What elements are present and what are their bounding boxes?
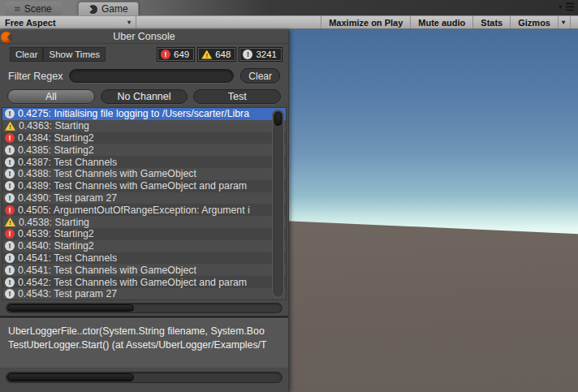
log-row[interactable]: ! 0.4387: Test Channels xyxy=(2,156,286,168)
log-row[interactable]: ! 0.4389: Test Channels with GameObject … xyxy=(2,180,286,192)
tab-game[interactable]: Game xyxy=(78,2,139,15)
warning-count-badge[interactable]: ! 648 xyxy=(198,48,235,61)
info-icon: ! xyxy=(5,169,15,179)
tab-scene[interactable]: ⌗ Scene xyxy=(5,2,62,15)
chevron-down-icon: ▾ xyxy=(559,4,562,11)
warning-icon: ! xyxy=(201,50,212,59)
message-count-badge[interactable]: ! 3241 xyxy=(239,48,282,61)
info-icon: ! xyxy=(5,109,15,118)
log-row[interactable]: ! 0.4538: Starting xyxy=(2,216,286,228)
info-icon: ! xyxy=(5,265,15,275)
log-row[interactable]: ! 0.4390: Test param 27 xyxy=(2,192,286,205)
stats-button[interactable]: Stats xyxy=(472,16,510,28)
show-times-button[interactable]: Show Times xyxy=(43,47,106,62)
log-row[interactable]: ! 0.4540: Starting2 xyxy=(2,240,286,252)
mute-audio-button[interactable]: Mute audio xyxy=(410,16,472,28)
log-row[interactable]: ! 0.4384: Starting2 xyxy=(2,132,286,144)
detail-horizontal-scrollbar[interactable] xyxy=(6,372,283,383)
info-icon: ! xyxy=(5,145,15,155)
warning-icon: ! xyxy=(5,122,15,131)
gizmos-dropdown-caret[interactable]: ▾ xyxy=(558,16,570,28)
tab-context-menu[interactable]: ▾ ☰ xyxy=(559,2,575,12)
error-icon: ! xyxy=(5,133,15,143)
console-title: Uber Console xyxy=(113,31,175,42)
gizmos-button[interactable]: Gizmos xyxy=(510,16,558,28)
info-icon: ! xyxy=(5,181,15,191)
info-icon: ! xyxy=(5,289,15,299)
log-row-text: 0.4384: Starting2 xyxy=(18,132,94,144)
chevron-down-icon: ▾ xyxy=(562,19,565,26)
log-row[interactable]: ! 0.4541: Test Channels with GameObject xyxy=(2,264,286,276)
log-row[interactable]: ! 0.4539: Starting2 xyxy=(2,228,286,240)
tab-bar: ⌗ Scene Game ▾ ☰ xyxy=(0,0,578,15)
log-row-text: 0.4387: Test Channels xyxy=(18,157,117,168)
info-icon: ! xyxy=(5,157,15,167)
log-list: ! 0.4275: Initialising file logging to /… xyxy=(2,107,287,300)
log-row-text: 0.4541: Test Channels xyxy=(18,252,117,264)
filter-clear-button[interactable]: Clear xyxy=(240,68,280,84)
log-row-text: 0.4388: Test Channels with GameObject xyxy=(18,168,196,179)
console-button-row: Clear Show Times ! 649 ! 648 ! 3241 xyxy=(0,44,288,65)
log-horizontal-scrollbar[interactable] xyxy=(6,303,283,313)
info-icon: ! xyxy=(243,50,252,59)
warning-count: 648 xyxy=(215,50,231,59)
channel-button-all[interactable]: All xyxy=(7,89,95,104)
log-row-text: 0.4542: Test Channels with GameObject an… xyxy=(18,277,247,288)
error-icon: ! xyxy=(5,205,15,215)
info-icon: ! xyxy=(5,241,15,251)
game-pacman-icon xyxy=(88,5,97,14)
log-row[interactable]: ! 0.4385: Starting2 xyxy=(2,144,286,156)
log-row-text: 0.4541: Test Channels with GameObject xyxy=(18,265,196,276)
error-icon: ! xyxy=(5,229,15,239)
log-row[interactable]: ! 0.4541: Test Channels xyxy=(2,252,286,265)
toolbar-button-group: Maximize on Play Mute audio Stats Gizmos… xyxy=(321,16,578,28)
log-row[interactable]: ! 0.4275: Initialising file logging to /… xyxy=(2,108,286,120)
log-row-text: 0.4363: Starting xyxy=(19,120,89,131)
vertical-scrollbar-thumb[interactable] xyxy=(274,112,282,126)
info-icon: ! xyxy=(5,193,15,203)
filter-regex-input[interactable] xyxy=(69,69,234,83)
chevron-down-icon: ▾ xyxy=(127,19,131,26)
message-count: 3241 xyxy=(256,50,277,59)
channel-button-test[interactable]: Test xyxy=(193,89,281,104)
warning-icon: ! xyxy=(5,218,15,226)
log-row-text: 0.4543: Test param 27 xyxy=(18,288,117,299)
log-row[interactable]: ! 0.4505: ArgumentOutOfRangeException: A… xyxy=(2,204,286,216)
aspect-dropdown[interactable]: Free Aspect ▾ xyxy=(0,16,136,28)
scene-grid-icon: ⌗ xyxy=(15,4,20,14)
vertical-scrollbar[interactable] xyxy=(272,110,284,298)
log-row[interactable]: ! 0.4542: Test Channels with GameObject … xyxy=(2,276,286,288)
log-row-text: 0.4275: Initialising file logging to /Us… xyxy=(18,108,249,119)
tab-scene-label: Scene xyxy=(24,3,52,15)
error-count-badge[interactable]: ! 649 xyxy=(157,48,194,61)
log-row-text: 0.4538: Starting xyxy=(19,217,89,228)
hamburger-menu-icon: ☰ xyxy=(565,2,575,12)
aspect-label: Free Aspect xyxy=(5,18,56,28)
stack-trace-line[interactable]: UberLoggerFile..ctor(System.String filen… xyxy=(8,325,280,338)
log-row[interactable]: ! 0.4388: Test Channels with GameObject xyxy=(2,168,286,180)
console-title-bar[interactable]: Uber Console xyxy=(0,30,288,44)
game-toolbar: Free Aspect ▾ Maximize on Play Mute audi… xyxy=(0,15,578,29)
log-row[interactable]: ! 0.4363: Starting xyxy=(2,120,286,132)
clear-button[interactable]: Clear xyxy=(10,47,43,62)
log-horizontal-scrollbar-thumb[interactable] xyxy=(7,304,134,312)
uber-console-window: Uber Console Clear Show Times ! 649 ! 64… xyxy=(0,30,289,392)
maximize-on-play-button[interactable]: Maximize on Play xyxy=(321,16,410,28)
filter-row: Filter Regex Clear xyxy=(0,65,288,87)
log-row-text: 0.4385: Starting2 xyxy=(18,144,94,156)
stack-trace-line[interactable]: TestUberLogger.Start() (at Assets/UberLo… xyxy=(8,338,280,352)
info-icon: ! xyxy=(5,253,15,263)
tab-game-label: Game xyxy=(101,3,128,15)
log-row-text: 0.4389: Test Channels with GameObject an… xyxy=(18,180,247,192)
toolbar-end-spacer xyxy=(570,16,578,28)
detail-horizontal-scrollbar-thumb[interactable] xyxy=(7,373,134,381)
filter-regex-label: Filter Regex xyxy=(8,71,63,82)
log-row-text: 0.4390: Test param 27 xyxy=(18,192,117,204)
severity-count-badges: ! 649 ! 648 ! 3241 xyxy=(157,48,282,61)
log-row-text: 0.4539: Starting2 xyxy=(18,228,94,239)
channel-button-no-channel[interactable]: No Channel xyxy=(101,89,188,104)
error-count: 649 xyxy=(174,50,189,59)
log-row[interactable]: ! 0.4543: Test param 27 xyxy=(2,288,286,300)
channel-row: All No Channel Test xyxy=(0,87,288,106)
log-row-text: 0.4505: ArgumentOutOfRangeException: Arg… xyxy=(18,205,250,216)
